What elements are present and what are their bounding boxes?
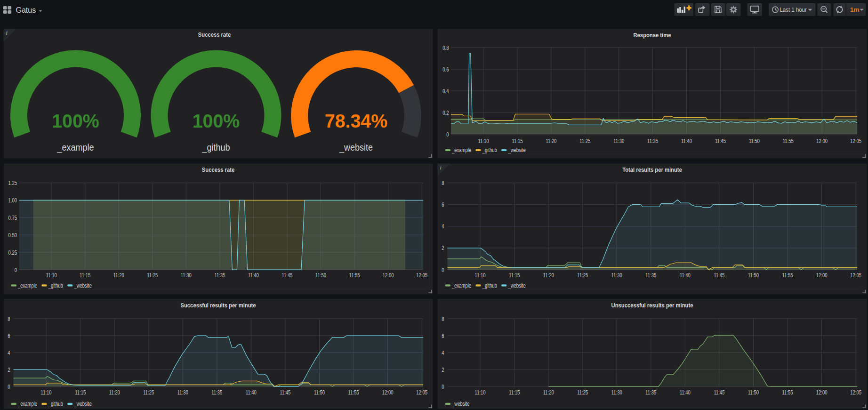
svg-text:_example: _example <box>451 147 471 153</box>
svg-text:8: 8 <box>8 315 10 322</box>
svg-text:11:50: 11:50 <box>314 389 325 396</box>
svg-text:11:15: 11:15 <box>80 272 90 279</box>
svg-text:12:05: 12:05 <box>850 389 861 396</box>
svg-text:_website: _website <box>508 147 526 153</box>
svg-text:11:30: 11:30 <box>181 272 192 279</box>
svg-text:11:10: 11:10 <box>41 389 52 396</box>
svg-text:11:55: 11:55 <box>782 272 793 279</box>
svg-text:0.6: 0.6 <box>442 66 449 73</box>
svg-text:0.50: 0.50 <box>8 232 17 239</box>
svg-text:11:10: 11:10 <box>475 389 486 396</box>
svg-text:i: i <box>440 164 442 171</box>
svg-text:11:30: 11:30 <box>613 137 624 145</box>
svg-text:0.2: 0.2 <box>442 109 449 116</box>
svg-text:Gatus: Gatus <box>16 6 36 14</box>
svg-text:1m: 1m <box>850 6 860 13</box>
svg-text:Successful results per minute: Successful results per minute <box>181 302 256 309</box>
svg-text:100%: 100% <box>193 110 240 132</box>
svg-text:_example: _example <box>451 282 471 289</box>
svg-text:8: 8 <box>442 315 444 322</box>
svg-text:Success rate: Success rate <box>198 31 231 38</box>
svg-text:11:45: 11:45 <box>280 389 290 396</box>
svg-text:11:35: 11:35 <box>214 272 225 279</box>
svg-text:_website: _website <box>74 282 92 289</box>
svg-text:11:45: 11:45 <box>715 137 726 145</box>
svg-text:11:50: 11:50 <box>749 137 760 145</box>
svg-text:11:50: 11:50 <box>748 272 759 279</box>
svg-text:0.8: 0.8 <box>442 44 449 51</box>
svg-text:11:45: 11:45 <box>714 272 724 279</box>
svg-text:_github: _github <box>202 142 230 153</box>
svg-text:Last 1 hour: Last 1 hour <box>780 6 807 13</box>
svg-text:Response time: Response time <box>634 32 671 39</box>
svg-text:11:15: 11:15 <box>509 272 520 279</box>
svg-text:0: 0 <box>8 383 10 390</box>
svg-text:11:20: 11:20 <box>546 137 556 145</box>
svg-text:11:15: 11:15 <box>512 137 523 145</box>
svg-text:12:00: 12:00 <box>816 137 828 145</box>
svg-text:0: 0 <box>15 266 17 273</box>
svg-text:11:55: 11:55 <box>348 389 359 396</box>
svg-text:11:45: 11:45 <box>714 389 724 396</box>
svg-text:11:35: 11:35 <box>645 272 656 279</box>
svg-text:11:25: 11:25 <box>577 389 588 396</box>
svg-text:11:40: 11:40 <box>680 389 691 396</box>
svg-text:11:40: 11:40 <box>246 389 257 396</box>
svg-text:12:05: 12:05 <box>850 137 861 145</box>
svg-text:78.34%: 78.34% <box>325 110 388 132</box>
svg-text:_website: _website <box>339 142 373 153</box>
svg-text:11:35: 11:35 <box>211 389 222 396</box>
svg-text:0.25: 0.25 <box>8 249 17 256</box>
svg-text:_github: _github <box>482 282 497 289</box>
svg-text:11:30: 11:30 <box>611 272 622 279</box>
svg-text:4: 4 <box>442 223 444 230</box>
svg-text:2: 2 <box>442 366 444 373</box>
svg-text:0: 0 <box>446 131 449 138</box>
svg-text:_example: _example <box>17 282 37 289</box>
svg-text:11:20: 11:20 <box>113 272 124 279</box>
svg-text:11:35: 11:35 <box>647 137 658 145</box>
svg-text:11:15: 11:15 <box>509 389 520 396</box>
svg-text:11:30: 11:30 <box>611 389 622 396</box>
svg-text:11:25: 11:25 <box>577 272 588 279</box>
svg-text:6: 6 <box>442 332 444 339</box>
svg-text:11:40: 11:40 <box>680 272 691 279</box>
svg-text:12:00: 12:00 <box>382 389 394 396</box>
svg-text:12:05: 12:05 <box>850 272 861 279</box>
svg-text:11:35: 11:35 <box>645 389 656 396</box>
svg-text:11:25: 11:25 <box>143 389 154 396</box>
svg-text:11:55: 11:55 <box>782 389 793 396</box>
svg-text:11:25: 11:25 <box>147 272 158 279</box>
svg-text:Unsuccessful results per minut: Unsuccessful results per minute <box>611 302 693 309</box>
svg-text:12:05: 12:05 <box>416 272 427 279</box>
svg-text:11:55: 11:55 <box>349 272 360 279</box>
svg-text:11:30: 11:30 <box>177 389 188 396</box>
svg-text:1.25: 1.25 <box>8 179 17 186</box>
svg-text:11:20: 11:20 <box>543 272 554 279</box>
svg-text:0: 0 <box>442 266 444 273</box>
svg-text:11:10: 11:10 <box>475 272 486 279</box>
svg-text:_website: _website <box>508 282 526 289</box>
svg-text:11:15: 11:15 <box>75 389 86 396</box>
svg-text:1.00: 1.00 <box>8 197 17 204</box>
svg-text:11:50: 11:50 <box>748 389 759 396</box>
svg-text:_github: _github <box>48 401 63 407</box>
svg-text:11:50: 11:50 <box>315 272 326 279</box>
svg-text:12:00: 12:00 <box>816 272 828 279</box>
svg-text:_website: _website <box>451 401 469 407</box>
svg-text:11:40: 11:40 <box>248 272 259 279</box>
svg-text:0: 0 <box>442 383 444 390</box>
svg-text:11:25: 11:25 <box>579 137 590 145</box>
svg-text:12:00: 12:00 <box>816 389 828 396</box>
svg-text:Success rate: Success rate <box>202 166 234 173</box>
svg-text:0.4: 0.4 <box>442 88 449 95</box>
svg-text:11:55: 11:55 <box>783 137 794 145</box>
svg-text:Total results per minute: Total results per minute <box>622 166 682 173</box>
svg-text:_github: _github <box>48 282 63 289</box>
svg-text:_example: _example <box>17 401 37 407</box>
svg-text:11:20: 11:20 <box>543 389 554 396</box>
svg-text:_github: _github <box>482 147 497 153</box>
svg-text:11:45: 11:45 <box>282 272 293 279</box>
svg-text:12:00: 12:00 <box>383 272 394 279</box>
svg-text:0.75: 0.75 <box>8 214 17 221</box>
